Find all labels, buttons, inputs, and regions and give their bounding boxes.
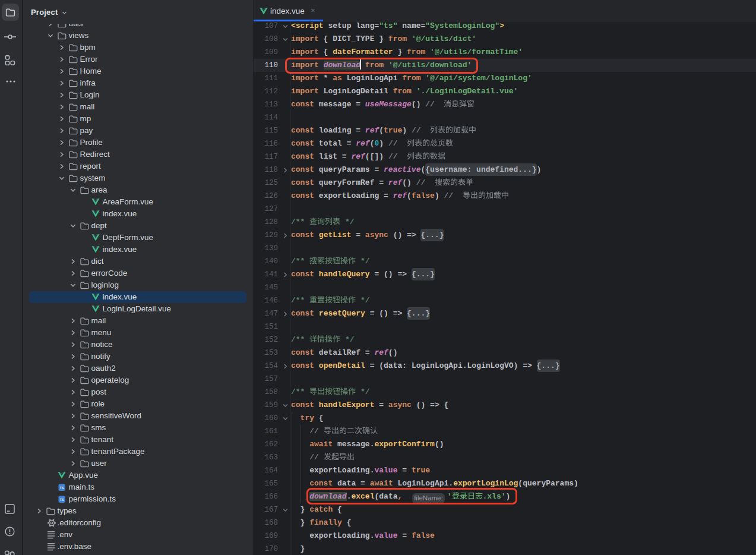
svg-text:TS: TS (59, 498, 64, 502)
svg-text:TS: TS (59, 486, 64, 490)
